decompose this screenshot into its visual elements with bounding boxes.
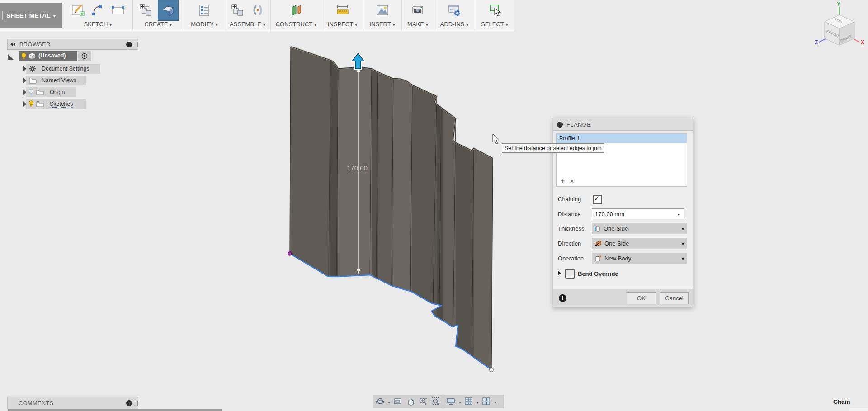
visibility-bulb-icon[interactable] (28, 100, 34, 107)
distance-input[interactable]: 170.00 mm (592, 208, 684, 219)
dialog-title: FLANGE (566, 121, 591, 128)
bend-override-checkbox[interactable] (565, 269, 575, 279)
tree-item-label: Sketches (50, 101, 73, 108)
radio-dot-icon (81, 53, 88, 59)
rectangle-tool-button[interactable] (110, 2, 126, 19)
selection-list[interactable]: Profile 1 (556, 133, 687, 187)
menu-addins[interactable]: ADD-INS (440, 21, 468, 28)
add-comment-icon[interactable]: + (126, 400, 132, 406)
look-at-button[interactable] (392, 396, 404, 407)
flange-tool-button-active[interactable] (158, 0, 179, 21)
make-3dprint-button[interactable] (410, 2, 426, 19)
joint-button[interactable] (250, 2, 266, 19)
viewcube[interactable]: Y TOP FRONT RIGHT Z X (815, 1, 864, 46)
properties-panel-icon (197, 3, 212, 18)
menu-insert[interactable]: INSERT (369, 21, 395, 28)
minimize-panel-icon[interactable]: – (126, 42, 132, 47)
toolbar-group-sketch: SKETCH (63, 0, 133, 31)
display-dropdown-icon[interactable] (459, 397, 461, 406)
display-settings-button[interactable] (445, 396, 457, 407)
svg-text:>-: >- (450, 8, 453, 11)
menu-sketch[interactable]: SKETCH (84, 21, 112, 28)
menu-create[interactable]: CREATE (145, 21, 172, 28)
viewcube-axis-x: X (861, 39, 864, 46)
workspace-switcher[interactable]: SHEET METAL (0, 3, 62, 28)
thickness-dropdown[interactable]: One Side (592, 223, 687, 234)
activate-component-radio[interactable] (78, 51, 91, 61)
direction-dropdown[interactable]: One Side (592, 238, 687, 249)
comments-header[interactable]: COMMENTS + (7, 397, 138, 409)
operation-dropdown[interactable]: ✶ New Body (592, 253, 687, 264)
panel-drag-handle[interactable] (135, 401, 138, 406)
menu-inspect[interactable]: INSPECT (328, 21, 357, 28)
flange-dialog-header[interactable]: – FLANGE (553, 118, 693, 131)
tree-item-sketches[interactable]: Sketches (0, 99, 145, 109)
printer-icon (410, 3, 425, 18)
selection-item-profile[interactable]: Profile 1 (557, 134, 687, 143)
dimension-value: 170.00 (347, 164, 368, 172)
menu-assemble[interactable]: ASSEMBLE (230, 21, 265, 28)
ok-button[interactable]: OK (627, 292, 656, 304)
construct-plane-button[interactable] (288, 2, 304, 19)
pan-button[interactable] (405, 396, 416, 407)
distance-dropdown-icon[interactable] (678, 211, 680, 217)
menu-construct[interactable]: CONSTRUCT (276, 21, 317, 28)
flange-manipulator-arrow[interactable] (352, 53, 364, 69)
menu-modify[interactable]: MODIFY (191, 21, 218, 28)
sheet-metal-body[interactable] (285, 41, 494, 375)
menu-select[interactable]: SELECT (481, 21, 508, 28)
tree-item-named-views[interactable]: Named Views (0, 76, 145, 86)
new-solid-icon (138, 3, 154, 18)
grid-snap-button[interactable] (463, 396, 475, 407)
modify-properties-button[interactable] (196, 2, 212, 19)
toolbar-grip[interactable] (2, 11, 5, 20)
folder-icon (36, 101, 44, 107)
chevron-down-icon (170, 21, 172, 28)
menu-make[interactable]: MAKE (407, 21, 428, 28)
browser-header[interactable]: BROWSER – (7, 39, 138, 50)
rectangle-icon (110, 3, 126, 18)
info-icon[interactable]: i (559, 294, 566, 302)
new-solid-button[interactable] (138, 2, 154, 19)
tree-item-document-settings[interactable]: Document Settings (0, 64, 145, 74)
measure-button[interactable] (335, 2, 351, 19)
bend-override-row[interactable]: Bend Override (553, 269, 693, 279)
zoom-button[interactable] (417, 396, 429, 407)
main-toolbar: SHEET METAL (0, 0, 514, 31)
measure-ruler-icon (335, 3, 350, 18)
toolbar-group-inspect: INSPECT (322, 0, 363, 31)
expand-triangle-icon[interactable] (558, 271, 561, 275)
create-sketch-button[interactable] (70, 2, 86, 19)
scripts-addins-button[interactable]: >- (446, 2, 462, 19)
toolbar-group-assemble: ASSEMBLE (225, 0, 271, 31)
new-component-icon (230, 3, 245, 18)
add-selection-icon[interactable] (559, 177, 566, 184)
orbit-dropdown-icon[interactable] (388, 397, 390, 406)
folder-icon (36, 89, 44, 95)
select-tool-button[interactable] (486, 2, 503, 19)
browser-root-row[interactable]: (Unsaved) (0, 51, 145, 61)
expand-triangle-icon[interactable] (7, 53, 15, 60)
insert-image-button[interactable] (374, 2, 391, 19)
new-component-button[interactable] (230, 2, 246, 19)
direction-label: Direction (558, 240, 581, 247)
panel-drag-handle[interactable] (135, 42, 138, 47)
tree-item-label: Named Views (42, 77, 76, 84)
collapse-dialog-icon[interactable]: – (557, 122, 563, 128)
tree-item-origin[interactable]: Origin (0, 87, 145, 98)
orbit-button[interactable] (374, 396, 386, 407)
viewports-dropdown-icon[interactable] (494, 397, 496, 406)
viewport-canvas[interactable]: 170.00 Y TOP FRONT RIGHT Z X (0, 0, 868, 411)
visibility-bulb-icon[interactable] (21, 52, 27, 60)
grid-dropdown-icon[interactable] (476, 397, 479, 406)
viewports-button[interactable] (481, 396, 492, 407)
visibility-bulb-off-icon[interactable] (28, 89, 34, 95)
cancel-button[interactable]: Cancel (660, 292, 689, 304)
chaining-checkbox[interactable] (593, 195, 602, 204)
collapse-panel-icon[interactable] (9, 42, 17, 47)
sketch-vertex-point[interactable] (288, 252, 292, 255)
fit-button[interactable] (430, 396, 442, 407)
sketch-endpoint[interactable] (490, 368, 493, 372)
remove-selection-icon[interactable] (568, 177, 576, 184)
spline-tool-button[interactable] (90, 2, 106, 19)
